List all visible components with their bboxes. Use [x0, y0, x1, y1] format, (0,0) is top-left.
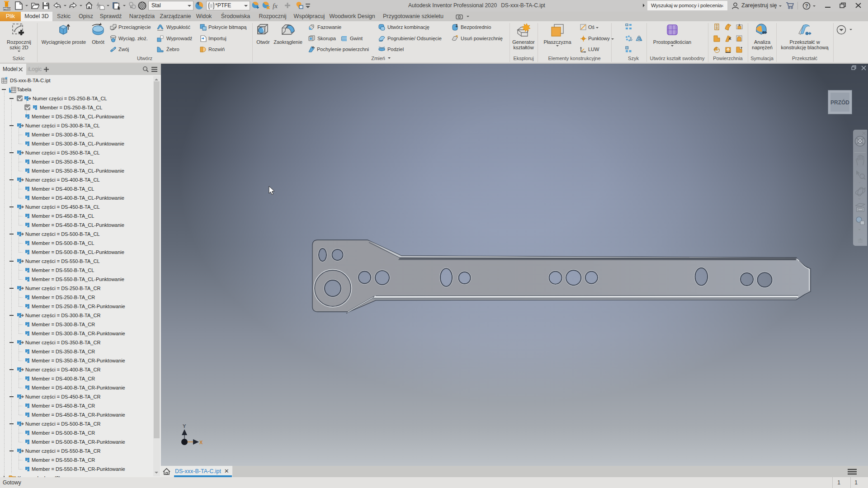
svg-text:X: X: [199, 440, 203, 445]
svg-text:fx: fx: [273, 2, 278, 9]
svg-text:?: ?: [805, 3, 808, 9]
svg-text:PRO: PRO: [3, 7, 10, 10]
svg-text:Y: Y: [183, 423, 186, 429]
